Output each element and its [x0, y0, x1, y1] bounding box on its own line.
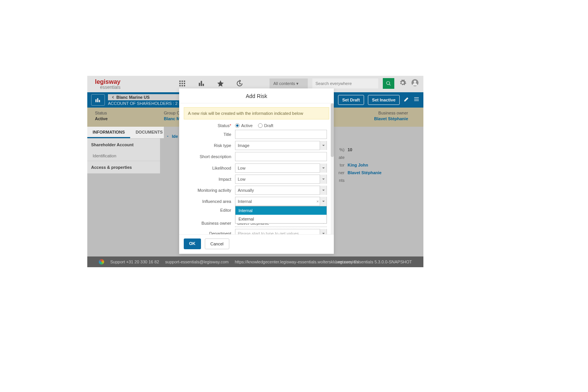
label-risk-type: Risk type	[185, 143, 235, 148]
label-editor: Editor	[185, 208, 235, 212]
modal-footer: OK Cancel	[179, 235, 334, 253]
influenced-value: Internal	[238, 199, 252, 204]
influenced-dropdown: Internal External	[235, 206, 327, 224]
modal-body: A new risk will be created with the info…	[179, 103, 334, 235]
label-impact: Impact	[185, 177, 235, 181]
chevron-down-icon	[320, 186, 327, 195]
label-department: Department	[185, 231, 235, 235]
label-biz-owner: Business owner	[185, 221, 235, 225]
select-likelihood[interactable]: Low	[235, 163, 327, 173]
select-monitoring[interactable]: Annually	[235, 186, 327, 195]
radio-active-label: Active	[241, 123, 253, 128]
input-short-desc[interactable]	[235, 152, 327, 161]
chevron-down-icon	[320, 229, 327, 235]
option-internal[interactable]: Internal	[235, 206, 327, 215]
select-influenced-area[interactable]: Internal×	[235, 197, 327, 206]
select-department[interactable]: Please start to type to get values	[235, 229, 327, 235]
cancel-button[interactable]: Cancel	[205, 238, 229, 249]
modal-title: Add Risk	[179, 88, 334, 103]
chevron-down-icon	[320, 197, 327, 206]
label-short-desc: Short description	[185, 154, 235, 159]
label-monitoring: Monitoring activity	[185, 188, 235, 193]
likelihood-value: Low	[238, 166, 245, 170]
label-status: Status	[218, 123, 230, 128]
radio-draft-label: Draft	[264, 123, 273, 128]
chevron-down-icon	[320, 141, 327, 150]
label-likelihood: Likelihood	[185, 166, 235, 170]
monitoring-value: Annually	[238, 188, 254, 193]
add-risk-modal: Add Risk A new risk will be created with…	[179, 88, 334, 254]
select-risk-type[interactable]: Image	[235, 141, 327, 150]
app-window: legisway essentials All contents ▾ Blanc…	[87, 76, 423, 267]
clear-icon[interactable]: ×	[317, 199, 319, 204]
chevron-down-icon	[320, 175, 327, 184]
select-impact[interactable]: Low	[235, 175, 327, 184]
option-external[interactable]: External	[235, 215, 327, 223]
label-title: Title	[185, 132, 235, 137]
impact-value: Low	[238, 177, 245, 181]
modal-notice: A new risk will be created with the info…	[184, 107, 329, 119]
risk-type-value: Image	[238, 143, 250, 148]
modal-scrollbar[interactable]	[331, 103, 334, 234]
modal-form: Status* Active Draft Title Risk type Ima…	[179, 123, 334, 235]
scrollbar-thumb[interactable]	[331, 103, 334, 157]
chevron-down-icon	[320, 163, 327, 173]
department-placeholder: Please start to type to get values	[238, 231, 299, 235]
input-title[interactable]	[235, 130, 327, 139]
label-influenced: Influenced area	[185, 199, 235, 204]
ok-button[interactable]: OK	[184, 238, 201, 249]
radio-active[interactable]	[235, 123, 240, 128]
radio-draft[interactable]	[258, 123, 263, 128]
